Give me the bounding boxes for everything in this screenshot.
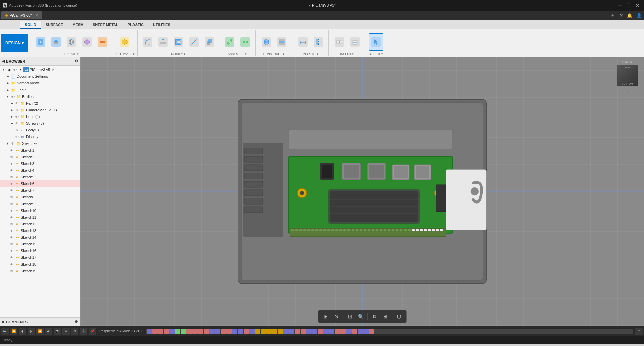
timeline-play[interactable]: ⏵ [28, 328, 35, 335]
tree-toggle-doc[interactable]: ▶ [5, 74, 10, 79]
tree-item-sketch17[interactable]: 👁 ✏ Sketch17 [0, 254, 80, 261]
tl-item-26[interactable] [289, 329, 294, 334]
notification-icon[interactable]: 🔔 [626, 12, 633, 19]
tl-item-22[interactable] [266, 329, 272, 334]
tree-item-origin[interactable]: ▶ 📁 Origin [0, 86, 80, 93]
eye-body13[interactable]: 👁 [15, 128, 19, 132]
tree-item-sketch7[interactable]: 👁 ✏ Sketch7 [0, 187, 80, 194]
tree-item-sketch19[interactable]: 👁 ✏ Sketch19 [0, 268, 80, 274]
tl-item-25[interactable] [283, 329, 289, 334]
eye-sketch18[interactable]: 👁 [9, 262, 14, 267]
ribbon-tab-mesh[interactable]: MESH [68, 21, 88, 29]
timeline-camera-icon[interactable]: 📷 [54, 328, 61, 335]
tl-item-16[interactable] [232, 329, 237, 334]
tree-toggle-lens[interactable]: ▶ [9, 114, 14, 119]
tree-toggle-origin[interactable]: ▶ [5, 88, 10, 92]
tree-toggle-fan[interactable]: ▶ [9, 101, 14, 106]
construct-dropdown-arrow[interactable]: ▾ [283, 52, 284, 56]
more-create-button[interactable] [95, 33, 110, 51]
tl-item-32[interactable] [323, 329, 329, 334]
eye-sketches[interactable]: 👁 [11, 141, 15, 146]
comments-expand-icon[interactable]: ▶ [2, 320, 5, 324]
create-dropdown-arrow[interactable]: ▾ [77, 52, 79, 56]
tree-toggle-views[interactable]: ▶ [5, 81, 10, 85]
tl-item-19[interactable] [249, 329, 255, 334]
tab-close-icon[interactable]: ✕ [35, 13, 38, 18]
tree-toggle-screws[interactable]: ▶ [9, 121, 14, 126]
tree-item-doc-settings[interactable]: ▶ 📄 Document Settings [0, 73, 80, 80]
extrude-button[interactable] [49, 33, 63, 51]
tl-item-37[interactable] [352, 329, 357, 334]
timeline-add-icon[interactable]: ➕ [80, 328, 87, 335]
joint-button[interactable] [222, 33, 237, 51]
assemble-dropdown-arrow[interactable]: ▾ [245, 52, 247, 56]
orientation-cube[interactable]: BACK TOP BOTTOM X [614, 60, 641, 101]
tl-item-12[interactable] [209, 329, 215, 334]
vp-display-button[interactable]: 🖥 [370, 312, 379, 321]
tree-item-sketch15[interactable]: 👁 ✏ Sketch15 [0, 241, 80, 247]
eye-sketch10[interactable]: 👁 [9, 208, 14, 213]
revolve-button[interactable] [64, 33, 79, 51]
tab-picamv3[interactable]: PiCamV3 v5* ✕ [1, 11, 42, 19]
tree-item-sketch9[interactable]: 👁 ✏ Sketch9 [0, 200, 80, 207]
tree-toggle-camera[interactable]: ▶ [9, 108, 14, 112]
tl-item-20[interactable] [255, 329, 260, 334]
tl-item-2[interactable] [152, 329, 158, 334]
automate-button[interactable] [117, 33, 132, 51]
eye-sketch3[interactable]: 👁 [9, 161, 14, 166]
sidebar-settings-icon[interactable]: ⚙ [75, 59, 78, 63]
tree-item-camera-module[interactable]: ▶ 👁 📁 CameraModule (1) [0, 107, 80, 113]
timeline-play-start[interactable]: ⏮ [1, 328, 9, 335]
fillet-button[interactable] [140, 33, 155, 51]
tl-item-23[interactable] [272, 329, 277, 334]
eye-sketch19[interactable]: 👁 [9, 269, 14, 273]
minimize-button[interactable]: ─ [616, 1, 624, 9]
settings-cog-root[interactable]: ⚙ [51, 68, 54, 71]
tree-item-root[interactable]: ▼ ◆ 👁 ● 🗂 PiCamV3 v5 ⚙ [0, 66, 80, 73]
timeline-edit-icon[interactable]: ✏ [62, 328, 70, 335]
eye-sketch13[interactable]: 👁 [9, 228, 14, 233]
tl-item-15[interactable] [226, 329, 232, 334]
tl-item-17[interactable] [238, 329, 243, 334]
tree-item-lens[interactable]: ▶ 👁 📁 Lens (4) [0, 113, 80, 120]
press-pull-button[interactable] [156, 33, 170, 51]
modify-dropdown-arrow[interactable]: ▾ [184, 52, 185, 56]
tl-item-1[interactable] [147, 329, 152, 334]
tl-item-10[interactable] [198, 329, 203, 334]
ribbon-tab-surface[interactable]: SURFACE [41, 21, 68, 29]
tl-item-30[interactable] [312, 329, 317, 334]
sphere-button[interactable] [79, 33, 94, 51]
eye-sketch1[interactable]: 👁 [9, 148, 14, 153]
tl-item-14[interactable] [221, 329, 226, 334]
eye-screws[interactable]: 👁 [15, 121, 19, 126]
timeline-end[interactable]: ⏭ [45, 328, 52, 335]
tree-toggle-sketches[interactable]: ▼ [5, 141, 10, 146]
rigid-group-button[interactable] [238, 33, 253, 51]
timeline-settings-icon2[interactable]: ⚙ [71, 328, 78, 335]
select-dropdown-arrow[interactable]: ▾ [381, 52, 383, 56]
tree-item-sketch10[interactable]: 👁 ✏ Sketch10 [0, 207, 80, 214]
eye-sketch9[interactable]: 👁 [9, 201, 14, 206]
ribbon-tab-utilities[interactable]: UTILITIES [148, 21, 175, 29]
tree-item-sketch13[interactable]: 👁 ✏ Sketch13 [0, 227, 80, 234]
close-button[interactable]: ✕ [633, 1, 641, 9]
tl-item-40[interactable] [369, 329, 374, 334]
tl-item-35[interactable] [340, 329, 346, 334]
tree-item-sketch8[interactable]: 👁 ✏ Sketch8 [0, 194, 80, 200]
eye-icon-root[interactable]: 👁 [13, 67, 17, 72]
tree-toggle-root[interactable]: ▼ [1, 67, 6, 72]
tl-item-4[interactable] [164, 329, 169, 334]
tree-item-sketch18[interactable]: 👁 ✏ Sketch18 [0, 261, 80, 268]
tl-item-38[interactable] [358, 329, 363, 334]
tl-item-3[interactable] [158, 329, 163, 334]
vp-fit-button[interactable]: ⊞ [321, 312, 330, 321]
new-tab-icon[interactable]: ＋ [609, 12, 616, 19]
design-button[interactable]: DESIGN ▾ [1, 34, 28, 52]
scale-button[interactable] [186, 33, 201, 51]
tl-item-18[interactable] [244, 329, 249, 334]
vp-viewcube-button[interactable]: ⬡ [394, 312, 404, 321]
timeline-more-icon[interactable]: ≡ [635, 328, 643, 335]
eye-sketch16[interactable]: 👁 [9, 248, 14, 253]
tree-item-display[interactable]: 👁 ▭ Display [0, 133, 80, 140]
tree-item-screws[interactable]: ▶ 👁 📁 Screws (3) [0, 120, 80, 127]
